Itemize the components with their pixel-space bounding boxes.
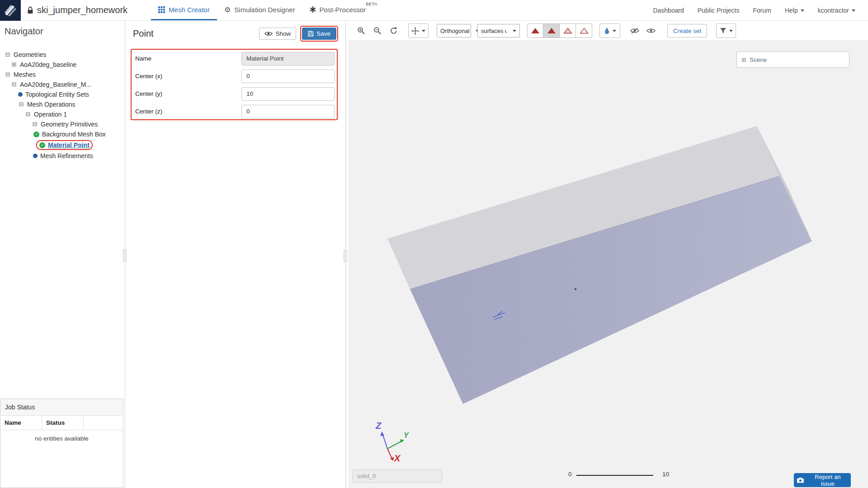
project-title: ski_jumper_homework — [37, 5, 127, 15]
tree-item-mesh-operations[interactable]: ⊟ Mesh Operations — [0, 99, 125, 109]
point-form: Name Center (x) Center (y) Center (z) — [131, 49, 338, 120]
collapse-icon[interactable]: ⊟ — [25, 111, 31, 117]
filter-icon — [720, 28, 726, 34]
user-menu[interactable]: kcontractor — [818, 7, 855, 14]
nav-link-public-projects[interactable]: Public Projects — [698, 7, 740, 14]
pan-mode-dropdown[interactable] — [408, 23, 429, 38]
save-icon — [308, 31, 314, 37]
show-button[interactable]: Show — [259, 28, 296, 40]
viewport-panel: Orthogonal surfaces with v — [349, 21, 868, 488]
color-dropdown[interactable] — [599, 23, 620, 38]
chevron-down-icon — [422, 30, 425, 32]
field-label: Name — [134, 55, 151, 62]
app-logo[interactable] — [0, 0, 21, 21]
eye-icon — [646, 28, 656, 34]
report-issue-button[interactable]: Report an issue — [794, 473, 851, 487]
selection-highlight: ✓ Material Point — [36, 140, 93, 150]
properties-header: Point Show Save — [126, 21, 345, 42]
job-status-title: Job Status — [0, 399, 123, 416]
tree-item-topological-entity-sets[interactable]: Topological Entity Sets — [0, 89, 125, 99]
zoom-in-button[interactable] — [354, 23, 368, 38]
projection-value: Orthogonal — [440, 28, 469, 34]
tab-post-processor[interactable]: Post-Processor BETA — [302, 0, 373, 20]
chevron-down-icon — [513, 30, 516, 32]
show-all-button[interactable] — [644, 23, 658, 38]
field-label: Center (x) — [134, 73, 162, 80]
droplet-icon — [604, 27, 610, 34]
app-root: ski_jumper_homework Mesh Creator ⚙ Simul… — [0, 0, 868, 488]
filter-dropdown[interactable] — [716, 23, 736, 38]
nav-link-forum[interactable]: Forum — [753, 7, 771, 14]
panel-resize-handle[interactable] — [344, 249, 347, 262]
tab-label: Post-Processor — [320, 6, 366, 14]
sidebar-resize-handle[interactable] — [123, 249, 127, 262]
node-dot-icon — [18, 92, 23, 97]
viewport-canvas[interactable]: ⊞ Scene Z Y X solid_0 0 10 Report an iss… — [349, 41, 868, 488]
projection-select[interactable]: Orthogonal — [437, 24, 471, 38]
navigator-title: Navigator — [5, 26, 43, 37]
tree-item-background-mesh-box[interactable]: ✓ Background Mesh Box — [0, 129, 125, 139]
zoom-out-button[interactable] — [370, 23, 385, 38]
tab-label: Simulation Designer — [234, 6, 295, 14]
center-x-field[interactable] — [241, 70, 335, 83]
render-mode-select[interactable]: surfaces with v — [477, 24, 520, 38]
scene-tree-panel[interactable]: ⊞ Scene — [736, 52, 849, 68]
job-status-panel: Job Status Name Status no entities avail… — [0, 399, 123, 488]
center-y-field[interactable] — [241, 87, 335, 101]
tree-item-geometries[interactable]: ⊟ Geometries — [0, 50, 125, 60]
help-menu[interactable]: Help — [785, 7, 804, 14]
tree-item-operation-1[interactable]: ⊟ Operation 1 — [0, 109, 125, 119]
collapse-icon[interactable]: ⊟ — [18, 101, 24, 108]
axis-x-label: X — [394, 453, 400, 464]
gears-icon: ⚙ — [224, 5, 231, 14]
highlight-edges-button[interactable] — [560, 23, 576, 38]
red-solid-triangle-icon — [531, 28, 540, 34]
collapse-icon[interactable]: ⊟ — [5, 71, 11, 78]
material-point-dot — [575, 288, 576, 290]
axis-y-label: Y — [404, 432, 409, 440]
collapse-icon[interactable]: ⊟ — [32, 121, 38, 127]
zoom-in-icon — [357, 27, 365, 35]
move-icon — [411, 27, 419, 35]
save-button[interactable]: Save — [302, 28, 336, 40]
tree-item-aoa20deg-baseline-mesh[interactable]: ⊟ AoA20deg_Baseline_M... — [0, 80, 125, 89]
reset-view-button[interactable] — [387, 23, 401, 38]
tree-item-aoa20deg-baseline[interactable]: ⊞ AoA20deg_baseline — [0, 60, 125, 70]
tree-label: Geometry Primitives — [41, 121, 98, 128]
beta-badge: BETA — [366, 1, 377, 6]
center-z-field[interactable] — [241, 105, 335, 118]
highlight-nodes-button[interactable] — [576, 23, 592, 38]
tree-label: AoA20deg_baseline — [20, 61, 76, 68]
collapse-icon[interactable]: ⊟ — [5, 52, 11, 58]
create-set-button[interactable]: Create set — [667, 24, 707, 38]
highlight-surfaces-button[interactable] — [543, 23, 560, 38]
tree-label: Operation 1 — [34, 111, 67, 118]
logo-mark — [4, 4, 17, 17]
tab-simulation-designer[interactable]: ⚙ Simulation Designer — [217, 0, 302, 20]
tab-mesh-creator[interactable]: Mesh Creator — [151, 0, 217, 20]
nav-link-dashboard[interactable]: Dashboard — [653, 7, 684, 14]
tree-item-geometry-primitives[interactable]: ⊟ Geometry Primitives — [0, 119, 125, 129]
collapse-icon[interactable]: ⊟ — [11, 81, 17, 88]
tab-label: Mesh Creator — [169, 6, 210, 14]
hide-selected-button[interactable] — [627, 23, 642, 38]
tree-label: Material Point — [48, 141, 90, 149]
tree-item-meshes[interactable]: ⊟ Meshes — [0, 70, 125, 80]
check-circle-icon: ✓ — [39, 142, 45, 148]
chevron-down-icon — [613, 30, 616, 32]
highlight-mode-group — [527, 23, 592, 38]
eye-icon — [264, 31, 273, 36]
tree-label: Meshes — [14, 71, 36, 78]
axis-z-label: Z — [376, 421, 381, 431]
expand-icon[interactable]: ⊞ — [11, 61, 17, 68]
report-issue-label: Report an issue — [807, 474, 848, 487]
expand-icon[interactable]: ⊞ — [741, 56, 746, 63]
highlight-volumes-button[interactable] — [527, 23, 543, 38]
tree-item-material-point[interactable]: ✓ Material Point — [0, 139, 125, 151]
red-outline-triangle-icon — [563, 28, 572, 34]
field-label: Center (y) — [134, 90, 162, 97]
red-solid-triangle-icon — [547, 28, 556, 34]
job-status-empty-text: no entities available — [0, 430, 123, 442]
tree-item-mesh-refinements[interactable]: Mesh Refinements — [0, 151, 125, 161]
solid-name-field[interactable]: solid_0 — [353, 469, 442, 483]
